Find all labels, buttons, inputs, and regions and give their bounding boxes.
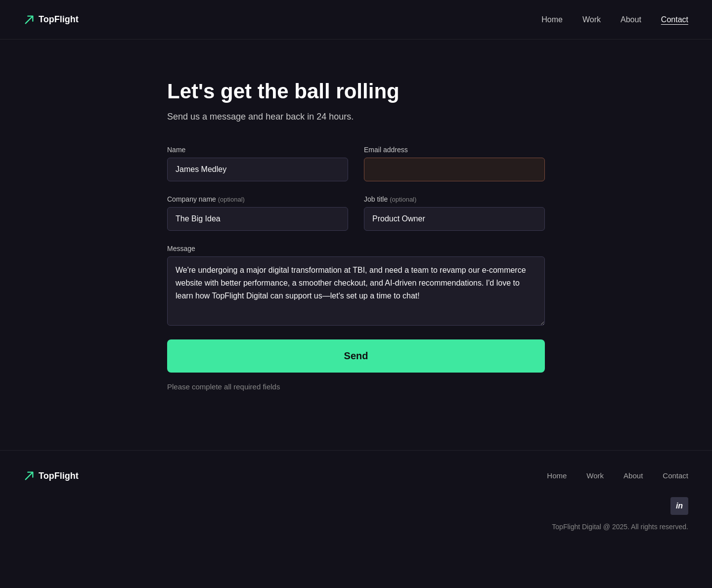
footer-nav-about[interactable]: About <box>623 471 643 480</box>
message-group: Message <box>167 245 545 326</box>
nav-item-contact[interactable]: Contact <box>661 15 688 24</box>
send-button[interactable]: Send <box>167 339 545 373</box>
name-label: Name <box>167 146 348 154</box>
footer-bottom: in TopFlight Digital @ 2025. All rights … <box>24 497 688 531</box>
email-input[interactable] <box>364 158 545 181</box>
validation-message: Please complete all required fields <box>167 382 545 391</box>
footer-nav-contact[interactable]: Contact <box>663 471 688 480</box>
copyright-text: TopFlight Digital @ 2025. All rights res… <box>24 523 688 531</box>
job-input[interactable] <box>364 207 545 231</box>
message-label: Message <box>167 245 545 252</box>
footer-logo-icon <box>24 470 35 481</box>
nav-item-home[interactable]: Home <box>541 15 563 24</box>
company-label: Company name (optional) <box>167 195 348 203</box>
message-input[interactable] <box>167 256 545 326</box>
nav-item-work[interactable]: Work <box>582 15 601 24</box>
contact-form: Name Email address Company name (optiona… <box>167 146 545 391</box>
footer-logo-text: TopFlight <box>39 471 79 481</box>
company-input[interactable] <box>167 207 348 231</box>
logo-icon <box>24 14 35 25</box>
nav-item-about[interactable]: About <box>621 15 641 24</box>
logo-text: TopFlight <box>39 14 79 25</box>
footer-top: TopFlight Home Work About Contact <box>24 470 688 481</box>
email-label: Email address <box>364 146 545 154</box>
job-group: Job title (optional) <box>364 195 545 231</box>
linkedin-icon-wrapper: in <box>24 497 688 515</box>
logo[interactable]: TopFlight <box>24 14 79 25</box>
footer-nav-home[interactable]: Home <box>547 471 567 480</box>
linkedin-button[interactable]: in <box>670 497 688 515</box>
form-row-1: Name Email address <box>167 146 545 181</box>
page-title: Let's get the ball rolling <box>167 79 545 104</box>
form-row-2: Company name (optional) Job title (optio… <box>167 195 545 231</box>
email-group: Email address <box>364 146 545 181</box>
name-input[interactable] <box>167 158 348 181</box>
footer-logo[interactable]: TopFlight <box>24 470 79 481</box>
name-group: Name <box>167 146 348 181</box>
nav-links: Home Work About Contact <box>541 15 688 24</box>
footer-nav-work[interactable]: Work <box>586 471 604 480</box>
footer: TopFlight Home Work About Contact in Top… <box>0 450 712 550</box>
main-content: Let's get the ball rolling Send us a mes… <box>143 40 569 420</box>
page-subtitle: Send us a message and hear back in 24 ho… <box>167 112 545 122</box>
main-nav: TopFlight Home Work About Contact <box>0 0 712 40</box>
job-label: Job title (optional) <box>364 195 545 203</box>
company-group: Company name (optional) <box>167 195 348 231</box>
footer-nav-links: Home Work About Contact <box>547 471 688 480</box>
